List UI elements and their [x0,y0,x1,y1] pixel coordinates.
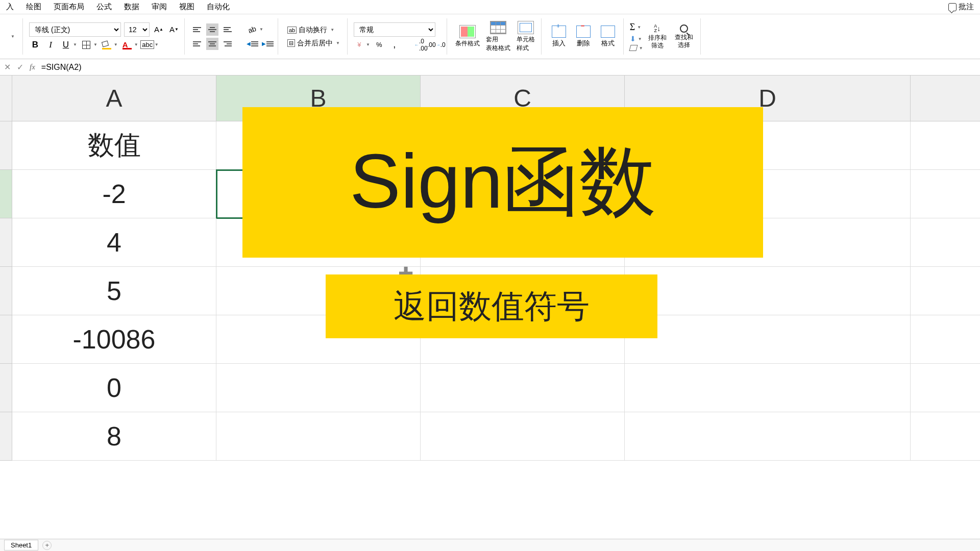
menu-data[interactable]: 数据 [124,2,139,12]
subtitle-overlay: 返回数值符号 [326,274,657,338]
row-header-6[interactable] [0,364,12,412]
row-header-2[interactable] [0,170,12,218]
insert-cells-button[interactable]: 插入 [548,24,570,49]
align-bottom-button[interactable] [222,23,234,36]
align-left-button[interactable] [191,38,203,50]
cell-styles-icon [518,21,534,34]
cell-c6[interactable] [421,364,625,412]
sheet-tab-1[interactable]: Sheet1 [4,540,38,550]
cell-a1[interactable]: 数值 [12,121,216,170]
menu-layout[interactable]: 页面布局 [54,2,84,12]
phonetic-button[interactable]: abc▼ [141,39,159,51]
menu-draw[interactable]: 绘图 [26,2,41,12]
wrap-merge-group: ab自动换行▼ ⊟合并后居中▼ [280,18,348,55]
fill-color-button[interactable]: ▼ [101,39,118,51]
font-name-select[interactable]: 等线 (正文) [29,22,121,37]
title-overlay: Sign函数 [242,107,763,258]
merge-center-button[interactable]: ⊟合并后居中▼ [284,38,343,49]
format-icon [601,26,615,38]
cell-d5[interactable] [625,315,911,364]
col-header-e[interactable] [911,76,980,121]
cell-d4[interactable] [625,267,911,315]
comments-label: 批注 [959,2,974,12]
increase-font-button[interactable]: A▲ [153,23,165,36]
cell-a7[interactable]: 8 [12,412,216,461]
cell-a4[interactable]: 5 [12,267,216,315]
cell-d7[interactable] [625,412,911,461]
row-header-1[interactable] [0,121,12,170]
cell-c7[interactable] [421,412,625,461]
cell-e2[interactable] [911,170,980,218]
sort-filter-button[interactable]: AZ↓ 排序和 筛选 [645,23,670,50]
cell-a2[interactable]: -2 [12,170,216,218]
bold-button[interactable]: B [29,39,41,51]
cell-a3[interactable]: 4 [12,218,216,267]
comma-button[interactable]: , [388,39,401,51]
align-top-button[interactable] [191,23,203,36]
paste-dropdown[interactable]: ▼ [6,31,18,43]
cell-e1[interactable] [911,121,980,170]
cell-e3[interactable] [911,218,980,267]
comment-icon [948,3,957,11]
conditional-format-icon [459,25,476,38]
row-header-3[interactable] [0,218,12,267]
cancel-formula-button[interactable]: ✕ [4,62,11,72]
border-button[interactable]: ▼ [80,39,97,51]
menu-automate[interactable]: 自动化 [207,2,230,12]
italic-button[interactable]: I [44,39,57,51]
decrease-decimal-button[interactable]: .00→.0 [430,39,443,51]
increase-decimal-button[interactable]: ←.0.00 [415,39,427,51]
fx-icon[interactable]: fx [30,63,35,71]
cell-a6[interactable]: 0 [12,364,216,412]
insert-icon [552,26,566,38]
menu-bar: 入 绘图 页面布局 公式 数据 审阅 视图 自动化 批注 [0,0,980,14]
comments-button[interactable]: 批注 [948,2,974,12]
currency-button[interactable]: ¥▼ [354,40,370,49]
clear-button[interactable]: ▼ [630,45,643,51]
select-all-corner[interactable] [0,76,12,121]
cell-a5[interactable]: -10086 [12,315,216,364]
menu-insert[interactable]: 入 [6,2,14,12]
cell-e4[interactable] [911,267,980,315]
decrease-indent-button[interactable]: ◀ [246,38,258,50]
format-cells-button[interactable]: 格式 [597,24,619,49]
underline-button[interactable]: U▼ [60,39,77,51]
percent-button[interactable]: % [373,39,385,51]
fill-button[interactable]: ⬇▼ [630,35,643,43]
number-format-select[interactable]: 常规 [354,22,435,37]
row-header-5[interactable] [0,315,12,364]
cell-e5[interactable] [911,315,980,364]
row-header-4[interactable] [0,267,12,315]
cell-e7[interactable] [911,412,980,461]
add-sheet-button[interactable]: + [42,541,52,550]
cell-b7[interactable] [216,412,421,461]
table-format-icon [490,21,506,34]
orientation-button[interactable]: ab▼ [246,23,263,36]
menu-view[interactable]: 视图 [179,2,194,12]
wrap-text-button[interactable]: ab自动换行▼ [284,24,343,36]
increase-indent-button[interactable]: ▶ [261,38,274,50]
row-header-7[interactable] [0,412,12,461]
font-color-button[interactable]: A▼ [121,39,138,51]
formula-input[interactable] [41,63,976,72]
cell-e6[interactable] [911,364,980,412]
align-middle-button[interactable] [206,23,218,36]
align-center-button[interactable] [206,38,218,50]
menu-review[interactable]: 审阅 [152,2,167,12]
find-select-button[interactable]: 查找和 选择 [672,23,696,49]
menu-formulas[interactable]: 公式 [96,2,112,12]
confirm-formula-button[interactable]: ✓ [17,62,23,72]
delete-cells-button[interactable]: 删除 [572,24,595,49]
cell-d6[interactable] [625,364,911,412]
cell-styles-button[interactable]: 单元格 样式 [514,20,537,54]
cell-b6[interactable] [216,364,421,412]
font-group: 等线 (正文) 12 A▲ A▼ B I U▼ ▼ ▼ A▼ abc▼ [25,18,185,55]
font-size-select[interactable]: 12 [124,22,150,37]
autosum-button[interactable]: Σ▼ [630,22,643,33]
col-header-a[interactable]: A [12,76,216,121]
table-format-button[interactable]: 套用 表格格式 [484,20,512,54]
decrease-font-button[interactable]: A▼ [168,23,180,36]
conditional-format-button[interactable]: 条件格式 [453,24,482,49]
align-right-button[interactable] [222,38,234,50]
number-group: 常规 ¥▼ % , ←.0.00 .00→.0 [350,18,447,55]
